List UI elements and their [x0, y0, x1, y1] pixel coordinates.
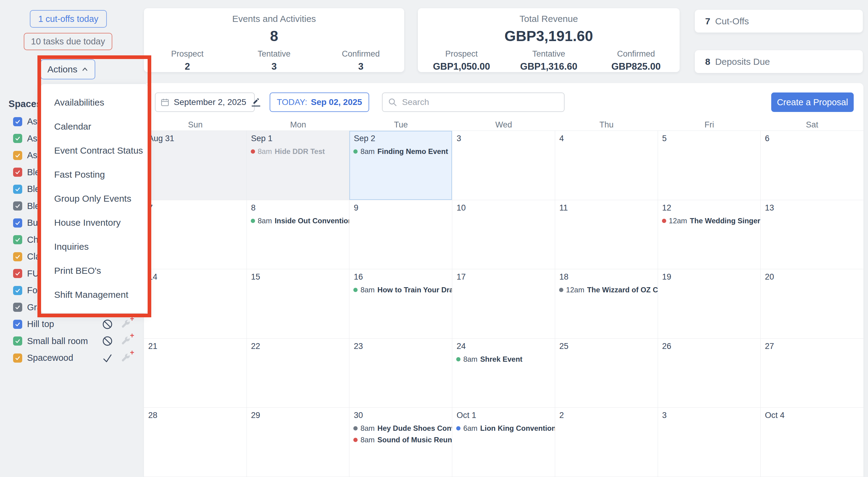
event-status-dot [456, 426, 461, 431]
spaces-header: Spaces [8, 99, 42, 109]
calendar-event[interactable]: 12am The Wizzard of OZ Co [555, 284, 658, 296]
calendar-day-cell[interactable]: 29 [247, 408, 350, 477]
space-checkbox[interactable] [13, 151, 22, 160]
revenue-card-total: GBP3,191.60 [505, 28, 593, 44]
event-title: Finding Nemo Event [377, 147, 448, 156]
events-card-breakdown: Prospect 2 Tentative 3 Confirmed 3 [144, 49, 404, 72]
actions-menu-item[interactable]: House Inventory [41, 211, 148, 234]
calendar-day-cell[interactable]: 11 [555, 200, 658, 269]
calendar-event[interactable]: 8am Sound of Music Reunio [349, 434, 452, 446]
date-picker[interactable]: September 2, 2025 [155, 93, 255, 112]
calendar-day-cell[interactable]: Sep 2 8am Finding Nemo Event [349, 131, 452, 200]
calendar-day-cell[interactable]: 6 [761, 131, 863, 200]
calendar-day-cell[interactable]: 5 [658, 131, 761, 200]
pencil-icon[interactable] [252, 98, 260, 106]
space-checkbox[interactable] [13, 134, 22, 143]
calendar-day-cell[interactable]: 3 [658, 408, 761, 477]
calendar-icon [160, 98, 169, 107]
space-label: Hill top [27, 319, 54, 329]
space-checkbox[interactable] [13, 252, 22, 261]
space-checkbox[interactable] [13, 286, 22, 295]
search-input[interactable] [401, 97, 558, 107]
space-checkbox[interactable] [13, 218, 22, 227]
actions-button[interactable]: Actions [40, 59, 95, 80]
calendar-day-cell[interactable]: 18 12am The Wizzard of OZ Co [555, 269, 658, 339]
calendar-day-cell[interactable]: 25 [555, 339, 658, 408]
actions-menu-item[interactable]: Print BEO's [41, 259, 148, 283]
space-checkbox[interactable] [13, 353, 22, 362]
space-checkbox[interactable] [13, 320, 22, 329]
calendar-day-cell[interactable]: 14 [144, 269, 247, 339]
calendar-day-cell[interactable]: 13 [761, 200, 863, 269]
calendar-event[interactable]: 8am Hey Dude Shoes Conve [349, 422, 452, 434]
actions-menu-item[interactable]: Availabilities [41, 90, 148, 115]
today-button[interactable]: TODAY: Sep 02, 2025 [270, 93, 369, 112]
actions-menu-item[interactable]: Group Only Events [41, 187, 148, 211]
actions-menu-item[interactable]: Shift Management [41, 283, 148, 307]
calendar-event[interactable]: 12am The Wedding Singer [658, 215, 761, 227]
calendar-event[interactable]: 8am How to Train Your Drag [349, 284, 452, 296]
calendar-day-cell[interactable]: 2 [555, 408, 658, 477]
day-number: 7 [144, 200, 247, 213]
wrench-icon[interactable]: + [118, 335, 132, 347]
wrench-icon[interactable]: + [118, 352, 132, 364]
actions-dropdown-menu: AvailabilitiesCalendarEvent Contract Sta… [40, 84, 148, 313]
calendar-day-cell[interactable]: 9 [349, 200, 452, 269]
space-checkbox[interactable] [13, 269, 22, 278]
wrench-icon[interactable]: + [118, 318, 132, 330]
calendar-day-cell[interactable]: 21 [144, 339, 247, 408]
calendar-day-cell[interactable]: 20 [761, 269, 863, 339]
space-checkbox[interactable] [13, 235, 22, 244]
calendar-event[interactable]: 8am Finding Nemo Event [349, 146, 452, 157]
calendar-event[interactable]: 8am Inside Out Convention [247, 215, 349, 227]
calendar-day-cell[interactable]: 16 8am How to Train Your Drag [349, 269, 452, 339]
space-checkbox[interactable] [13, 117, 22, 126]
calendar-day-cell[interactable]: 28 [144, 408, 247, 477]
calendar-event[interactable]: 8am Hide DDR Test [247, 146, 349, 157]
actions-menu-item[interactable]: Fast Posting [41, 162, 148, 187]
tasks-due-button[interactable]: 10 tasks due today [24, 33, 112, 50]
calendar-day-cell[interactable]: 8 8am Inside Out Convention [247, 200, 350, 269]
space-checkbox[interactable] [13, 168, 22, 177]
calendar-day-cell[interactable]: 4 [555, 131, 658, 200]
event-status-dot [251, 219, 255, 223]
calendar-day-cell[interactable]: 22 [247, 339, 350, 408]
calendar-event[interactable]: 6am Lion King Convention [452, 422, 555, 434]
calendar-day-cell[interactable]: 30 8am Hey Dude Shoes Conve 8am Sound of… [349, 408, 452, 477]
calendar-day-cell[interactable]: 10 [452, 200, 555, 269]
space-checkbox[interactable] [13, 303, 22, 312]
calendar-event[interactable]: 8am Shrek Event [452, 353, 555, 365]
calendar-day-cell[interactable]: Oct 1 6am Lion King Convention [452, 408, 555, 477]
day-number: 14 [144, 269, 247, 282]
space-checkbox[interactable] [13, 185, 22, 194]
calendar-day-cell[interactable]: 7 [144, 200, 247, 269]
actions-menu-item[interactable]: Inquiries [41, 234, 148, 259]
space-checkbox[interactable] [13, 201, 22, 211]
day-number: 8 [247, 200, 349, 213]
calendar-day-cell[interactable]: 15 [247, 269, 350, 339]
create-proposal-button[interactable]: Create a Proposal [771, 93, 854, 112]
calendar-day-cell[interactable]: 17 [452, 269, 555, 339]
calendar-week-row: 14 15 16 8am [144, 269, 863, 339]
summary-card[interactable]: 8 Deposits Due [695, 50, 863, 73]
calendar-day-cell[interactable]: Oct 4 [761, 408, 863, 477]
calendar-day-cell[interactable]: 3 [452, 131, 555, 200]
event-time: 8am [463, 355, 477, 363]
calendar-day-cell[interactable]: Aug 31 [144, 131, 247, 200]
calendar-day-cell[interactable]: 24 8am Shrek Event [452, 339, 555, 408]
stat-column: Tentative GBP1,316.60 [505, 49, 593, 72]
no-entry-icon [102, 336, 113, 347]
space-checkbox[interactable] [13, 337, 22, 346]
actions-menu-item[interactable]: Event Contract Status [41, 138, 148, 162]
day-number: 12 [658, 200, 761, 213]
calendar-day-cell[interactable]: 23 [349, 339, 452, 408]
calendar-day-cell[interactable]: 27 [761, 339, 863, 408]
calendar-week-row: 21 22 23 24 [144, 339, 863, 408]
calendar-day-cell[interactable]: 19 [658, 269, 761, 339]
summary-card[interactable]: 7 Cut-Offs [695, 10, 863, 33]
calendar-day-cell[interactable]: 12 12am The Wedding Singer [658, 200, 761, 269]
calendar-day-cell[interactable]: 26 [658, 339, 761, 408]
cutoffs-today-button[interactable]: 1 cut-offs today [30, 10, 107, 28]
actions-menu-item[interactable]: Calendar [41, 115, 148, 138]
calendar-day-cell[interactable]: Sep 1 8am Hide DDR Test [247, 131, 350, 200]
